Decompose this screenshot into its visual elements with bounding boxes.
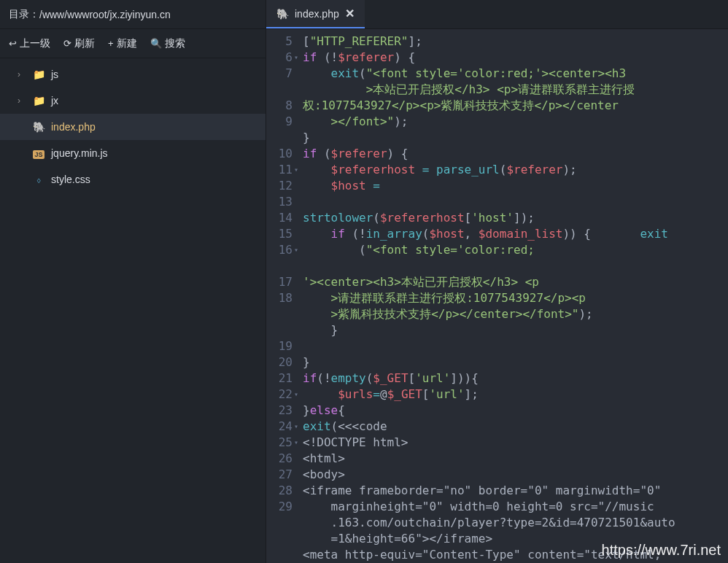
code-line[interactable]: }: [300, 130, 728, 146]
toolbar: ↩ 上一级 ⟳ 刷新 + 新建 🔍 搜索: [0, 29, 266, 58]
path-label: 目录：: [9, 8, 39, 21]
line-number: 6: [266, 50, 293, 66]
line-number: 24: [266, 419, 293, 435]
gutter: 567 89 10111213141516 1718 1920212223242…: [266, 29, 300, 563]
code-line[interactable]: [300, 258, 728, 274]
tree-item-label: style.css: [51, 174, 90, 185]
code-line[interactable]: $urls=@$_GET['url'];: [300, 387, 728, 403]
js-icon: JS: [32, 147, 45, 159]
tree-item-jx[interactable]: ›📁jx: [0, 88, 266, 114]
new-label: 新建: [117, 37, 137, 50]
line-number: 26: [266, 451, 293, 467]
tab-label: index.php: [295, 8, 339, 20]
close-icon[interactable]: ✕: [345, 7, 355, 20]
watermark: https://www.7ri.net: [602, 542, 721, 559]
code-line[interactable]: ></font>");: [300, 114, 728, 130]
line-number: 9: [266, 114, 293, 130]
code-line[interactable]: $refererhost = parse_url($referer);: [300, 162, 728, 178]
refresh-label: 刷新: [74, 37, 95, 50]
code-line[interactable]: strtolower($refererhost['host']);: [300, 210, 728, 226]
line-number: 13: [266, 194, 293, 210]
chevron-right-icon: ›: [18, 96, 26, 106]
line-number: 21: [266, 370, 293, 387]
code-line[interactable]: exit("<font style='color:red;'><center><…: [300, 66, 728, 82]
code-line[interactable]: ["HTTP_REFERER"];: [300, 34, 728, 50]
line-number: 16: [266, 242, 293, 258]
css-icon: ⬨: [32, 174, 45, 185]
line-number: 5: [266, 34, 293, 50]
code[interactable]: ["HTTP_REFERER"];if (!$referer) { exit("…: [300, 29, 728, 563]
line-number: [266, 306, 293, 322]
tree-item-label: jquery.min.js: [51, 147, 108, 159]
search-icon: 🔍: [150, 38, 162, 49]
code-line[interactable]: <!DOCTYPE html>: [300, 435, 728, 451]
up-label: 上一级: [20, 37, 50, 50]
php-icon: 🐘: [276, 8, 289, 20]
code-line[interactable]: }: [300, 354, 728, 370]
path-bar: 目录： /www/wwwroot/jx.ziyinyun.cn: [0, 0, 266, 29]
line-number: 23: [266, 403, 293, 419]
code-area[interactable]: 567 89 10111213141516 1718 1920212223242…: [266, 29, 728, 563]
up-button[interactable]: ↩ 上一级: [9, 37, 50, 50]
tab-index-php[interactable]: 🐘index.php✕: [266, 0, 365, 28]
code-line[interactable]: if ($referer) {: [300, 146, 728, 162]
code-line[interactable]: if(!empty($_GET['url'])){: [300, 370, 728, 387]
code-line[interactable]: [300, 338, 728, 354]
line-number: 8: [266, 98, 293, 114]
tabs: 🐘index.php✕: [266, 0, 728, 29]
code-line[interactable]: 权:1077543927</p><p>紫胤科技技术支持</p></center: [300, 98, 728, 114]
arrow-up-icon: ↩: [9, 38, 17, 49]
line-number: [266, 547, 293, 563]
line-number: [266, 82, 293, 98]
php-icon: 🐘: [32, 121, 45, 133]
line-number: 19: [266, 338, 293, 354]
line-number: 25: [266, 435, 293, 451]
code-line[interactable]: '><center><h3>本站已开启授权</h3> <p: [300, 274, 728, 290]
line-number: 27: [266, 467, 293, 483]
tree-item-index-php[interactable]: 🐘index.php: [0, 114, 266, 140]
code-line[interactable]: if (!in_array($host, $domain_list)) { ex…: [300, 226, 728, 242]
line-number: 22: [266, 387, 293, 403]
line-number: [266, 515, 293, 531]
line-number: 18: [266, 290, 293, 306]
search-button[interactable]: 🔍 搜索: [150, 37, 185, 50]
code-line[interactable]: <body>: [300, 467, 728, 483]
new-button[interactable]: + 新建: [108, 37, 137, 50]
tree-item-label: jx: [51, 95, 58, 106]
code-line[interactable]: marginheight="0" width=0 height=0 src="/…: [300, 499, 728, 515]
code-line[interactable]: }: [300, 322, 728, 338]
code-line[interactable]: .163.com/outchain/player?type=2&id=47072…: [300, 515, 728, 531]
search-label: 搜索: [165, 37, 185, 50]
editor-area: 🐘index.php✕ 567 89 10111213141516 1718 1…: [266, 0, 728, 563]
tree-item-js[interactable]: ›📁js: [0, 61, 266, 88]
line-number: [266, 322, 293, 338]
code-line[interactable]: exit(<<<code: [300, 419, 728, 435]
code-line[interactable]: if (!$referer) {: [300, 50, 728, 66]
refresh-button[interactable]: ⟳ 刷新: [63, 37, 95, 50]
line-number: 28: [266, 483, 293, 499]
code-line[interactable]: >本站已开启授权</h3> <p>请进群联系群主进行授: [300, 82, 728, 98]
code-line[interactable]: <html>: [300, 451, 728, 467]
path-value: /www/wwwroot/jx.ziyinyun.cn: [39, 9, 171, 20]
plus-icon: +: [108, 38, 114, 49]
tree-item-label: js: [51, 69, 58, 80]
line-number: 29: [266, 499, 293, 515]
code-line[interactable]: >请进群联系群主进行授权:1077543927</p><p: [300, 290, 728, 306]
line-number: [266, 130, 293, 146]
file-tree: ›📁js›📁jx🐘index.phpJSjquery.min.js⬨style.…: [0, 58, 266, 563]
code-line[interactable]: <iframe frameborder="no" border="0" marg…: [300, 483, 728, 499]
line-number: 7: [266, 66, 293, 82]
code-line[interactable]: ("<font style='color:red;: [300, 242, 728, 258]
sidebar: 目录： /www/wwwroot/jx.ziyinyun.cn ↩ 上一级 ⟳ …: [0, 0, 266, 563]
tree-item-jquery-min-js[interactable]: JSjquery.min.js: [0, 140, 266, 166]
code-line[interactable]: $host =: [300, 178, 728, 194]
line-number: 15: [266, 226, 293, 242]
refresh-icon: ⟳: [63, 38, 71, 49]
code-line[interactable]: [300, 194, 728, 210]
code-line[interactable]: }else{: [300, 403, 728, 419]
tree-item-style-css[interactable]: ⬨style.css: [0, 166, 266, 193]
chevron-right-icon: ›: [18, 69, 26, 79]
tree-item-label: index.php: [51, 121, 96, 133]
line-number: 20: [266, 354, 293, 370]
code-line[interactable]: >紫胤科技技术支持</p></center></font>");: [300, 306, 728, 322]
